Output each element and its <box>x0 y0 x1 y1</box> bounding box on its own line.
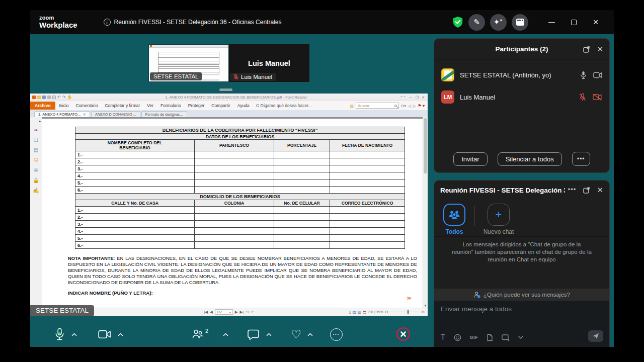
foxit-tellme[interactable]: Dígame qué desea hacer... <box>253 103 312 108</box>
last-page-icon[interactable]: ▶| <box>239 310 244 314</box>
more-options-button[interactable]: ··· <box>330 328 343 341</box>
zoom-out-icon[interactable]: ⊖ <box>385 310 388 314</box>
camera-options-chevron[interactable] <box>118 333 123 336</box>
find-options-icon[interactable]: ⊙▾ <box>401 104 406 108</box>
facing-page-icon[interactable]: ▥ <box>358 310 361 314</box>
ai-companion-button[interactable]: ✦✦ <box>490 14 507 31</box>
pdf-menu-formulario[interactable]: Formulario <box>157 102 185 110</box>
redo-icon[interactable]: ↷ <box>62 96 66 99</box>
participants-button[interactable] <box>192 329 204 340</box>
fit-page-icon[interactable]: ⬒ <box>363 310 366 314</box>
camera-button[interactable] <box>98 330 111 339</box>
single-page-icon[interactable]: ▯ <box>349 310 351 314</box>
bookmark-flag-icon[interactable]: ⚑ ▾ <box>418 104 425 108</box>
chat-options-chevron[interactable] <box>266 333 272 336</box>
foxit-logo-icon[interactable] <box>32 96 36 99</box>
new-chat-icon-frame[interactable]: + <box>488 204 510 226</box>
continuous-page-icon[interactable]: ▤ <box>353 310 356 314</box>
more-tools-chevron-icon[interactable] <box>518 336 523 339</box>
reactions-options-chevron[interactable] <box>307 333 313 336</box>
security-panel-icon[interactable]: 🔒 <box>33 177 39 183</box>
close-panel-icon[interactable]: ✕ <box>597 45 603 54</box>
screenshot-icon[interactable] <box>502 334 510 341</box>
scrollbar-thumb[interactable] <box>424 118 427 173</box>
info-icon[interactable]: i <box>104 19 111 26</box>
pages-panel-icon[interactable]: ❐ <box>34 137 38 143</box>
pdf-menu-comentario[interactable]: Comentario <box>72 102 102 110</box>
pdf-doc-tab-2[interactable]: Formato de designac... <box>141 111 187 117</box>
tab-close-icon[interactable]: ✕ <box>83 113 86 117</box>
open-folder-icon[interactable] <box>37 96 41 99</box>
find-prev-icon[interactable]: ◁ <box>408 104 411 108</box>
hand-tool-icon[interactable]: ✋ <box>67 96 72 99</box>
zoom-percentage[interactable]: 210,95% <box>368 310 383 314</box>
foxit-restore-icon[interactable]: ❐ <box>416 96 419 99</box>
popout-icon[interactable] <box>583 187 590 194</box>
close-button[interactable]: ✕ <box>585 12 607 32</box>
first-page-icon[interactable]: |◀ <box>204 310 208 314</box>
close-panel-icon[interactable]: ✕ <box>597 186 603 195</box>
save-icon[interactable] <box>42 96 46 99</box>
all-chat-icon-frame[interactable] <box>443 204 465 226</box>
pdf-vertical-scrollbar[interactable]: ▼ <box>423 117 428 308</box>
print-icon[interactable] <box>47 96 51 99</box>
chat-button[interactable] <box>248 329 260 340</box>
microphone-button[interactable] <box>54 328 65 341</box>
microphone-options-chevron[interactable] <box>71 333 77 336</box>
apps-button[interactable] <box>512 14 528 31</box>
prev-page-icon[interactable]: ◀ <box>210 310 213 314</box>
mute-all-button[interactable]: Silenciar a todos <box>498 152 562 166</box>
format-text-icon[interactable]: T <box>441 333 445 341</box>
participant-row-guest[interactable]: LM Luis Manuel <box>434 86 609 108</box>
chat-tab-new[interactable]: + Nuevo chat <box>482 204 515 235</box>
maximize-button[interactable] <box>562 12 585 32</box>
chat-tab-all[interactable]: Todos <box>441 204 467 235</box>
reactions-button[interactable]: ♡ <box>291 329 301 340</box>
annotate-pen-button[interactable]: ✎ <box>468 14 485 31</box>
participant-row-host[interactable]: SETSE ESTATAL (Anfitrión, yo) <box>434 64 609 86</box>
foxit-minimize-icon[interactable]: — <box>409 96 413 99</box>
attachments-panel-icon[interactable]: ✇ <box>34 167 38 173</box>
next-view-icon[interactable]: ⟳ <box>251 310 254 314</box>
page-number-input[interactable]: 1/2▾ <box>215 309 233 315</box>
zoom-slider-thumb[interactable] <box>408 310 409 314</box>
zoom-in-icon[interactable]: ⊕ <box>422 310 425 314</box>
pdf-doc-tab-0[interactable]: 1.-ANEXO 4 FORMATO...✕ <box>34 111 90 117</box>
undo-icon[interactable]: ↶ <box>57 96 61 99</box>
leave-meeting-button[interactable] <box>396 327 410 341</box>
pdf-menu-compartir[interactable]: Compartir <box>208 102 233 110</box>
who-can-see-bar[interactable]: ¿Quién puede ver sus mensajes? <box>434 289 609 301</box>
pdf-menu-archivo[interactable]: Archivo <box>30 102 55 110</box>
attach-file-icon[interactable] <box>487 334 493 341</box>
signature-panel-icon[interactable]: ✍ <box>33 188 39 193</box>
pdf-menu-proteger[interactable]: Proteger <box>185 102 208 110</box>
highlight-tool-icon[interactable]: ▨ <box>350 104 354 108</box>
pdf-menu-completar-y-firmar[interactable]: Completar y firmar <box>101 102 143 110</box>
video-thumbnail-screenshare[interactable]: SETSE ESTATAL <box>148 44 229 82</box>
layers-panel-icon[interactable]: ▤ <box>34 147 38 153</box>
email-icon[interactable] <box>52 96 56 99</box>
chat-input-placeholder[interactable]: Enviar mensaje a todos <box>441 305 512 313</box>
pdf-doc-tab-1[interactable]: ANEXO D CONVENIO ... <box>91 111 140 117</box>
send-message-button[interactable] <box>588 330 603 342</box>
gif-icon[interactable]: GIF <box>470 335 478 340</box>
chat-more-icon[interactable]: ••• <box>568 186 577 193</box>
previous-view-icon[interactable]: ⟲ <box>246 310 249 314</box>
emoji-icon[interactable] <box>454 334 461 341</box>
find-next-icon[interactable]: ▷ <box>413 104 416 108</box>
chat-input-area[interactable]: Enviar mensaje a todos T GIF <box>434 301 609 347</box>
invite-button[interactable]: Invitar <box>453 152 487 166</box>
foxit-close-icon[interactable]: ✕ <box>422 96 425 99</box>
next-page-icon[interactable]: ▶ <box>235 310 238 314</box>
bookmarks-panel-icon[interactable]: ❧ <box>34 127 38 133</box>
pdf-menu-inicio[interactable]: Inicio <box>55 102 72 110</box>
video-thumbnail-participant[interactable]: Luis Manuel Luis Manuel <box>229 44 309 82</box>
pdf-menu-ver[interactable]: Ver <box>143 102 157 110</box>
pdf-menu-ayuda[interactable]: Ayuda <box>234 102 253 110</box>
comments-panel-icon[interactable]: 🗨 <box>34 157 39 163</box>
popout-icon[interactable] <box>583 46 590 53</box>
participants-options-chevron[interactable] <box>223 333 228 336</box>
scroll-down-arrow-icon[interactable]: ▼ <box>423 304 428 307</box>
security-shield-icon[interactable] <box>452 16 463 28</box>
thumbnail-drag-handle[interactable] <box>219 88 232 91</box>
